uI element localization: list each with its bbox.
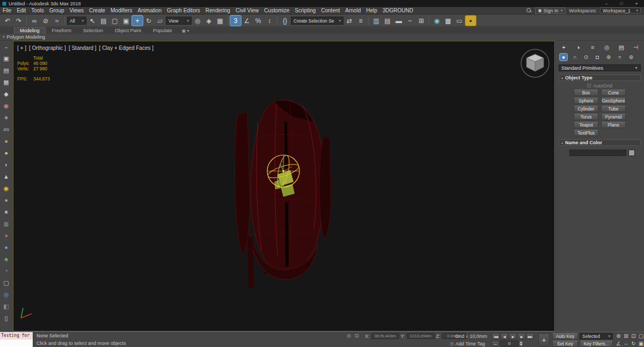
left-toolbar-icon-17[interactable]: ● (2, 231, 11, 240)
edit-named-selection-sets-button[interactable]: {} (280, 16, 290, 26)
display-tab[interactable]: ▤ (617, 43, 625, 51)
menu-item-help[interactable]: Help (363, 7, 380, 14)
model[interactable] (235, 100, 331, 289)
lights-category-tab[interactable]: ⊙ (582, 54, 590, 61)
viewport-shading-label[interactable]: [ Clay + Edged Faces ] (99, 45, 153, 51)
object-type-box-button[interactable]: Box (574, 90, 598, 96)
window-crossing-toggle[interactable]: ▣ (121, 16, 131, 26)
zoom-icon[interactable]: ⊕ (615, 333, 622, 339)
unlink-selection-button[interactable]: ⊘ (40, 16, 51, 26)
left-toolbar-icon-13[interactable]: ◉ (2, 184, 11, 193)
redo-button[interactable]: ↷ (13, 16, 24, 26)
ribbon-tab-selection[interactable]: Selection (78, 27, 108, 34)
menu-item-customize[interactable]: Customize (261, 7, 292, 14)
ribbon-tab-freeform[interactable]: Freeform (47, 27, 77, 34)
viewport-standard-label[interactable]: [ Standard ] (69, 45, 97, 51)
toggle-ribbon-button[interactable]: ▬ (393, 16, 404, 26)
left-toolbar-icon-23[interactable]: ◧ (2, 302, 11, 311)
viewport-menu-plus[interactable]: [ + ] (17, 45, 26, 51)
left-toolbar-icon-5[interactable]: ◆ (2, 90, 11, 98)
maximize-viewport-toggle[interactable]: ▣ (638, 340, 644, 347)
x-coordinate-field[interactable]: 3676,443m (371, 333, 399, 339)
mini-listener-script-line[interactable] (0, 339, 33, 347)
field-of-view-icon[interactable]: ∠ (615, 340, 622, 347)
select-and-link-button[interactable]: ∞ (29, 16, 40, 26)
mini-listener-macro-line[interactable]: Testing for ; (0, 332, 33, 339)
render-setup-button[interactable]: ▩ (443, 16, 453, 26)
menu-item-content[interactable]: Content (318, 7, 342, 14)
left-toolbar-icon-6[interactable]: ◉ (2, 101, 11, 110)
rendered-frame-window-button[interactable]: ▭ (454, 16, 465, 26)
shapes-category-tab[interactable]: ∩ (571, 54, 579, 61)
render-production-button[interactable]: ● (465, 16, 476, 26)
menu-item-modifiers[interactable]: Modifiers (108, 7, 135, 14)
select-and-scale-button[interactable]: ▱ (155, 16, 165, 26)
menu-item-arnold[interactable]: Arnold (342, 7, 363, 14)
maximize-button[interactable]: □ (614, 0, 629, 7)
angle-snap-toggle[interactable]: ∠ (241, 16, 252, 26)
selection-lock-toggle[interactable]: ⊡ (355, 333, 359, 338)
zoom-all-icon[interactable]: ⊞ (623, 333, 630, 339)
menu-item-3dground[interactable]: 3DGROUND (380, 7, 416, 14)
menu-item-scripting[interactable]: Scripting (292, 7, 318, 14)
cameras-category-tab[interactable]: ◘ (594, 54, 601, 61)
zoom-region-icon[interactable]: ▢ (638, 333, 644, 339)
left-toolbar-icon-11[interactable]: ◗ (2, 160, 11, 169)
menu-item-views[interactable]: Views (67, 7, 87, 14)
object-type-geosphere-button[interactable]: GeoSphere (601, 98, 626, 104)
left-toolbar-icon-20[interactable]: ◔ (2, 267, 11, 275)
zoom-extents-icon[interactable]: ⊡ (630, 333, 637, 339)
toggle-scene-explorer-button[interactable]: ▥ (371, 16, 382, 26)
pan-icon[interactable]: ⇔ (623, 340, 630, 347)
set-keys-button[interactable]: + (538, 333, 550, 346)
menu-item-edit[interactable]: Edit (14, 7, 28, 14)
helpers-category-tab[interactable]: ⊕ (605, 54, 612, 61)
object-type-sphere-button[interactable]: Sphere (574, 98, 598, 104)
object-type-torus-button[interactable]: Torus (574, 114, 598, 120)
left-toolbar-icon-9[interactable]: ● (2, 137, 11, 145)
object-type-pyramid-button[interactable]: Pyramid (601, 114, 626, 120)
rectangular-selection-region-button[interactable]: ▢ (109, 16, 120, 26)
left-toolbar-icon-18[interactable]: ● (2, 243, 11, 252)
isolate-selection-toggle[interactable]: ◎ (347, 333, 351, 338)
previous-frame-button[interactable]: ◀| (500, 333, 508, 339)
reference-coordinate-system-dropdown[interactable]: View▾ (166, 17, 192, 25)
object-type-plane-button[interactable]: Plane (601, 122, 626, 128)
y-coordinate-field[interactable]: 1213,094m (407, 333, 435, 339)
viewport-canvas[interactable] (13, 41, 554, 331)
play-animation-button[interactable]: ▶ (509, 333, 517, 339)
mirror-button[interactable]: ⇄ (344, 16, 355, 26)
left-toolbar-icon-15[interactable]: ∗ (2, 208, 11, 216)
left-toolbar-icon-14[interactable]: ● (2, 196, 11, 204)
ribbon-config-icon[interactable]: ▣ ▾ (182, 28, 189, 34)
left-toolbar-icon-1[interactable]: ◒ (2, 42, 11, 51)
frame-spinner[interactable] (519, 341, 523, 346)
curve-editor-button[interactable]: ~ (405, 16, 415, 26)
left-toolbar-icon-8[interactable]: ▭ (2, 125, 11, 134)
object-color-swatch[interactable] (628, 150, 635, 156)
ribbon-tab-object-paint[interactable]: Object Paint (109, 27, 147, 34)
select-and-rotate-button[interactable]: ↻ (143, 16, 154, 26)
go-to-end-button[interactable]: ▶▶| (526, 333, 534, 339)
menu-item-create[interactable]: Create (86, 7, 108, 14)
schematic-view-button[interactable]: ⊞ (416, 16, 427, 26)
name-and-color-rollout-header[interactable]: ▾ Name and Color (559, 139, 641, 146)
object-type-tube-button[interactable]: Tube (601, 106, 626, 112)
spinner-snap-toggle[interactable]: ↕ (264, 16, 275, 26)
workspace-dropdown[interactable]: Workspace_1 ▾ (600, 8, 641, 13)
sign-in-dropdown[interactable]: Sign In ▾ (535, 8, 566, 14)
add-time-tag[interactable]: ◷ Add Time Tag (450, 341, 485, 346)
current-frame-field[interactable]: 0 (500, 341, 518, 346)
left-toolbar-icon-16[interactable]: ◍ (2, 219, 11, 228)
modify-tab[interactable]: ◑ (574, 43, 582, 51)
search-icon[interactable] (526, 8, 532, 13)
left-toolbar-icon-19[interactable]: ♣ (2, 255, 11, 263)
left-toolbar-icon-21[interactable]: ▢ (2, 278, 11, 287)
hierarchy-tab[interactable]: ≡ (589, 43, 597, 51)
ribbon-panel-bar[interactable]: ▾ Polygon Modeling (0, 34, 644, 41)
geometry-category-tab[interactable]: ● (560, 54, 567, 61)
motion-tab[interactable]: ◎ (603, 43, 611, 51)
minimize-button[interactable]: – (599, 0, 614, 7)
object-type-cylinder-button[interactable]: Cylinder (574, 106, 598, 112)
close-button[interactable]: × (629, 0, 644, 7)
